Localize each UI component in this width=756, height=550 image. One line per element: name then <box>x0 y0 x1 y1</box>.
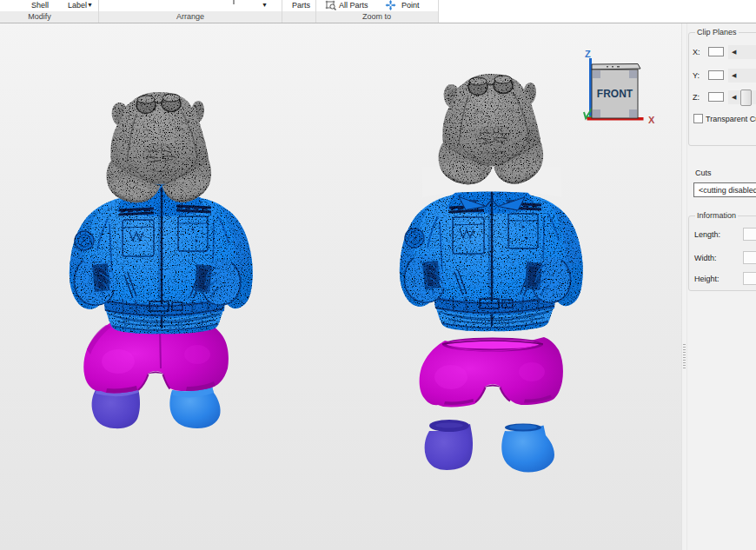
svg-text:Z: Z <box>585 49 591 59</box>
svg-text:FRONT: FRONT <box>597 88 633 100</box>
svg-text:X: X <box>648 115 655 125</box>
